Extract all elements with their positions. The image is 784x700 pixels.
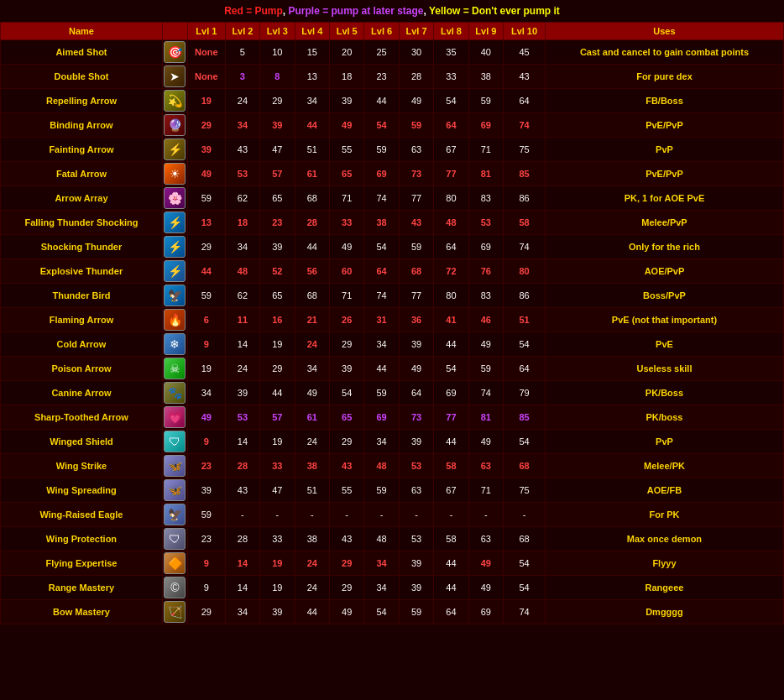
skill-name-cell: Fatal Arrow: [1, 162, 163, 186]
skill-lvl3-value: 19: [260, 430, 295, 454]
skill-lvl6-value: 23: [364, 65, 399, 89]
skill-lvl6-value: 59: [364, 381, 399, 405]
aimed-icon: 🎯: [164, 41, 186, 63]
skill-name-cell: Bow Mastery: [1, 600, 163, 624]
table-row: Bow Mastery🏹29343944495459646974Dmgggg: [1, 600, 784, 624]
skill-lvl6-value: 69: [364, 162, 399, 186]
skill-lvl1-value: 23: [187, 454, 225, 478]
skill-lvl10-value: 79: [504, 381, 546, 405]
table-row: Wing Spreading🦋39434751555963677175AOE/F…: [1, 478, 784, 503]
skill-lvl5-value: 55: [329, 138, 363, 162]
skill-uses-cell: PK/boss: [545, 405, 783, 430]
bow-icon: 🏹: [164, 601, 186, 623]
falling-icon: ⚡: [164, 212, 186, 233]
skill-lvl8-value: 48: [434, 211, 468, 235]
skill-lvl5-value: 54: [329, 381, 363, 405]
skill-lvl9-value: 81: [468, 162, 503, 186]
skill-lvl1-value: 59: [187, 186, 225, 211]
skill-lvl4-value: -: [295, 503, 329, 527]
skill-lvl4-value: 13: [295, 65, 329, 89]
table-row: Sharp-Toothed Arrow💗49535761656973778185…: [1, 405, 784, 430]
skill-lvl3-value: 47: [260, 478, 295, 503]
skill-lvl4-value: 68: [295, 186, 329, 211]
skill-lvl1-value: 19: [187, 357, 225, 381]
col-uses: Uses: [545, 23, 783, 40]
skill-uses-cell: Melee/PK: [545, 454, 783, 478]
skill-icon-cell: ⚡: [162, 235, 187, 259]
skill-name-cell: Range Mastery: [1, 576, 163, 600]
skill-icon-cell: 🦅: [162, 503, 187, 527]
skill-lvl8-value: 58: [434, 454, 468, 478]
skill-lvl9-value: 38: [468, 65, 503, 89]
skill-lvl8-value: 69: [434, 381, 468, 405]
skill-lvl2-value: 18: [225, 211, 259, 235]
skill-lvl9-value: 59: [468, 357, 503, 381]
skill-lvl7-value: 49: [399, 89, 433, 113]
skill-lvl8-value: 64: [434, 113, 468, 138]
table-row: Canine Arrow🐾34394449545964697479PK/Boss: [1, 381, 784, 405]
table-row: Explosive Thunder⚡44485256606468727680AO…: [1, 259, 784, 284]
skill-lvl9-value: 63: [468, 454, 503, 478]
skill-lvl1-value: None: [187, 40, 225, 65]
skill-icon-cell: ➤: [162, 65, 187, 89]
skill-name-cell: Winged Shield: [1, 430, 163, 454]
skill-lvl6-value: 54: [364, 235, 399, 259]
skill-lvl4-value: 24: [295, 332, 329, 357]
skill-lvl3-value: 57: [260, 405, 295, 430]
skill-lvl10-value: 86: [504, 186, 546, 211]
skill-icon-cell: ❄: [162, 332, 187, 357]
skill-lvl10-value: 54: [504, 551, 546, 576]
skill-lvl7-value: 59: [399, 600, 433, 624]
skill-uses-cell: FB/Boss: [545, 89, 783, 113]
skill-lvl6-value: 44: [364, 89, 399, 113]
arrow-array-icon: 🌸: [164, 187, 186, 209]
skill-name-cell: Wing-Raised Eagle: [1, 503, 163, 527]
table-row: Flying Expertise🔶9141924293439444954Flyy…: [1, 551, 784, 576]
skill-lvl3-value: 19: [260, 332, 295, 357]
skill-lvl3-value: 65: [260, 284, 295, 308]
skill-lvl4-value: 44: [295, 235, 329, 259]
skill-lvl9-value: 49: [468, 430, 503, 454]
skill-lvl5-value: 55: [329, 478, 363, 503]
shocking-icon: ⚡: [164, 236, 186, 258]
skill-lvl10-value: 54: [504, 332, 546, 357]
skill-lvl5-value: 29: [329, 576, 363, 600]
skill-name-cell: Binding Arrow: [1, 113, 163, 138]
skill-uses-cell: Dmgggg: [545, 600, 783, 624]
skill-lvl9-value: 71: [468, 478, 503, 503]
skill-lvl7-value: 36: [399, 308, 433, 332]
skill-lvl10-value: 54: [504, 576, 546, 600]
skill-lvl1-value: 34: [187, 381, 225, 405]
skill-lvl10-value: 64: [504, 357, 546, 381]
header-note: Red = Pump, Purple = pump at later stage…: [0, 0, 784, 22]
skill-lvl7-value: 30: [399, 40, 433, 65]
skill-lvl1-value: 59: [187, 503, 225, 527]
skill-lvl5-value: 60: [329, 259, 363, 284]
skill-lvl3-value: 29: [260, 89, 295, 113]
skill-lvl6-value: 31: [364, 308, 399, 332]
skill-lvl2-value: 3: [225, 65, 259, 89]
skill-lvl1-value: 44: [187, 259, 225, 284]
skill-lvl6-value: 34: [364, 576, 399, 600]
skill-lvl6-value: 44: [364, 357, 399, 381]
skill-lvl8-value: 58: [434, 527, 468, 551]
table-row: Wing Protection🛡23283338434853586368Max …: [1, 527, 784, 551]
skill-lvl1-value: 19: [187, 89, 225, 113]
skill-lvl6-value: 59: [364, 478, 399, 503]
skill-lvl1-value: 39: [187, 138, 225, 162]
skill-name-cell: Repelling Arrow: [1, 89, 163, 113]
skill-lvl1-value: 49: [187, 405, 225, 430]
skill-name-cell: Arrow Array: [1, 186, 163, 211]
skill-name-cell: Cold Arrow: [1, 332, 163, 357]
skill-lvl7-value: 43: [399, 211, 433, 235]
skill-lvl3-value: 39: [260, 600, 295, 624]
table-row: Binding Arrow🔮29343944495459646974PvE/Pv…: [1, 113, 784, 138]
skill-lvl4-value: 68: [295, 284, 329, 308]
skill-lvl5-value: 43: [329, 454, 363, 478]
skill-lvl1-value: 59: [187, 284, 225, 308]
skill-lvl3-value: 16: [260, 308, 295, 332]
skill-lvl6-value: 69: [364, 405, 399, 430]
table-row: Wing-Raised Eagle🦅59---------For PK: [1, 503, 784, 527]
skill-icon-cell: 🔥: [162, 308, 187, 332]
skill-lvl1-value: 29: [187, 235, 225, 259]
